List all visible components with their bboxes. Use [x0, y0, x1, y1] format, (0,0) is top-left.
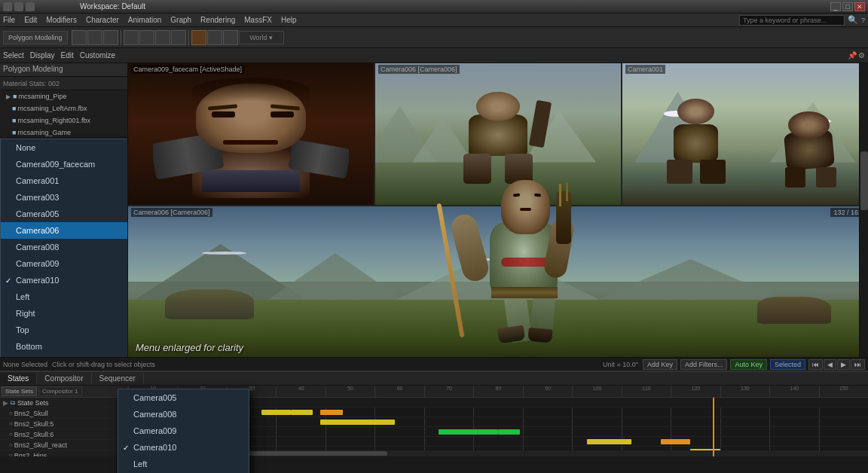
dropdown-item-none[interactable]: None — [1, 139, 128, 156]
search-input[interactable] — [739, 15, 845, 26]
keyframe-skull6-1 — [439, 429, 498, 435]
help-icon[interactable]: ? — [861, 17, 865, 24]
tree-item-2[interactable]: ■ mcsaming_Right001.fbx — [0, 114, 127, 127]
compositor-1-tab[interactable]: Compositor 1 — [38, 386, 82, 396]
viewport-label-2: Camera006 [Camera006] — [378, 65, 460, 74]
toolbar-btn-7[interactable] — [171, 30, 186, 45]
dropdown-bottom-label-cam005: Camera005 — [133, 393, 176, 402]
tl-item-hips: ○ Bns2_Hips — [0, 450, 127, 456]
submenu-customize[interactable]: Customize — [80, 51, 115, 60]
close-button[interactable]: ✕ — [854, 2, 865, 11]
transform-dropdown[interactable]: World ▾ — [239, 31, 284, 44]
dropdown-label-cam008: Camera008 — [16, 243, 59, 252]
dropdown-label-cam001: Camera001 — [16, 176, 59, 185]
dropdown-item-user[interactable]: User — [1, 355, 128, 357]
add-key-button[interactable]: Add Key — [643, 359, 677, 370]
dropdown-item-cam005[interactable]: Camera005 — [1, 206, 128, 222]
dropdown-bottom-left[interactable]: Left — [118, 456, 249, 472]
dropdown-item-left[interactable]: Left — [1, 288, 128, 305]
dropdown-label-cam010: Camera010 — [16, 276, 59, 285]
submenu-select[interactable]: Select — [3, 51, 24, 60]
toolbar-btn-5[interactable] — [139, 30, 154, 45]
keyframe-skull-1 — [261, 410, 291, 415]
dropdown-item-top[interactable]: Top — [1, 322, 128, 338]
playhead[interactable] — [713, 398, 714, 456]
toolbar-btn-rotate[interactable] — [207, 30, 222, 45]
toolbar-btn-2[interactable] — [87, 30, 102, 45]
submenu-edit[interactable]: Edit — [61, 51, 74, 60]
main-toolbar: Polygon Modeling World ▾ — [0, 27, 868, 48]
tl-item-skull-react: ○ Bns2_Skull_react — [0, 440, 127, 450]
keyframe-skull-3 — [320, 410, 342, 415]
dropdown-item-cam003[interactable]: Camera003 — [1, 189, 128, 206]
dropdown-item-cam006[interactable]: Camera006 — [1, 222, 128, 239]
state-sets-tab[interactable]: State Sets — [2, 386, 37, 396]
dropdown-item-bottom[interactable]: Bottom — [1, 338, 128, 355]
transport-rewind-button[interactable]: ⏮ — [808, 359, 823, 370]
dropdown-item-cam008[interactable]: Camera008 — [1, 239, 128, 255]
viewport-label-3: Camera001 — [625, 65, 665, 74]
tab-sequencer[interactable]: Sequencer — [92, 373, 144, 384]
dropdown-bottom-cam009[interactable]: Camera009 — [118, 423, 249, 439]
mode-label[interactable]: Polygon Modeling — [3, 31, 68, 44]
menu-file[interactable]: File — [3, 16, 15, 24]
keyframe-skull5-1 — [320, 420, 394, 425]
toolbar-btn-3[interactable] — [103, 30, 118, 45]
status-unit: Unit = 10.0" — [603, 361, 638, 368]
dropdown-item-cam010[interactable]: ✓ Camera010 — [1, 272, 128, 288]
dropdown-bottom-cam008[interactable]: Camera008 — [118, 406, 249, 423]
tree-item-3[interactable]: ■ mcsaming_Game — [0, 127, 127, 139]
toolbar-btn-1[interactable] — [72, 30, 87, 45]
dropdown-label-top: Top — [16, 325, 29, 334]
transport-play-button[interactable]: ▶ — [837, 359, 850, 370]
toolbar-btn-scale[interactable] — [223, 30, 238, 45]
menu-modifiers[interactable]: Modifiers — [46, 16, 77, 24]
scrollbar-thumb[interactable] — [860, 151, 868, 210]
viewport-top-3[interactable]: Camera001 — [622, 63, 868, 205]
menu-edit[interactable]: Edit — [24, 16, 37, 24]
auto-key-button[interactable]: Auto Key — [730, 359, 767, 370]
toolbar-btn-move[interactable] — [191, 30, 206, 45]
submenu-display[interactable]: Display — [30, 51, 55, 60]
maximize-button[interactable]: □ — [842, 2, 853, 11]
dropdown-bottom-cam005[interactable]: Camera005 — [118, 389, 249, 406]
toolbar-separator-2 — [188, 30, 189, 45]
dropdown-label-cam009-facecam: Camera009_facecam — [16, 160, 95, 169]
window-title: Workspace: Default — [80, 2, 145, 11]
dropdown-item-right[interactable]: Right — [1, 305, 128, 322]
search-icon[interactable]: 🔍 — [848, 15, 858, 25]
menu-bar: File Edit Modifiers Character Animation … — [0, 14, 868, 27]
pin-icon[interactable]: 📌 — [848, 51, 857, 60]
tree-icon-2: ■ — [12, 117, 16, 124]
transport-prev-button[interactable]: ◀ — [824, 359, 836, 370]
viewport-top-1[interactable]: Camera009_facecam [ActiveShade] — [128, 63, 375, 205]
tab-states[interactable]: States — [0, 373, 37, 384]
toolbar-btn-4[interactable] — [124, 30, 139, 45]
menu-character[interactable]: Character — [86, 16, 119, 24]
dropdown-item-cam009[interactable]: Camera009 — [1, 255, 128, 272]
dropdown-item-cam001[interactable]: Camera001 — [1, 172, 128, 189]
keyframe-skull6-2 — [498, 429, 520, 435]
dropdown-bottom-cam010[interactable]: ✓ Camera010 — [118, 439, 249, 456]
menu-help[interactable]: Help — [281, 16, 297, 24]
transport-forward-button[interactable]: ⏭ — [851, 359, 865, 370]
viewport-main[interactable]: Camera006 [Camera006] — [128, 206, 868, 357]
menu-graph[interactable]: Graph — [170, 16, 191, 24]
toolbar-btn-6[interactable] — [155, 30, 170, 45]
tree-item-0[interactable]: ▶ ■ mcsaming_Pipe — [0, 90, 127, 102]
tl-item-skull: ○ Bns2_Skull — [0, 408, 127, 419]
selected-button[interactable]: Selected — [770, 359, 805, 370]
settings-icon[interactable]: ⚙ — [858, 51, 865, 60]
dropdown-item-cam009-facecam[interactable]: Camera009_facecam — [1, 156, 128, 172]
tl-item-stateset: ▶ 🗂 State Sets — [0, 398, 127, 408]
add-filters-button[interactable]: Add Filters... — [680, 359, 728, 370]
menu-rendering[interactable]: Rendering — [200, 16, 235, 24]
viewport-scrollbar[interactable] — [859, 63, 868, 357]
menu-animation[interactable]: Animation — [128, 16, 161, 24]
tab-compositor[interactable]: Compositor — [37, 373, 91, 384]
camera-dropdown-bottom: Camera005 Camera008 Camera009 ✓ Camera01… — [118, 389, 249, 473]
tree-item-1[interactable]: ■ mcsaming_LeftArm.fbx — [0, 102, 127, 114]
timeline-left-panel: State Sets Compositor 1 ▶ 🗂 State Sets ○… — [0, 386, 128, 456]
minimize-button[interactable]: _ — [830, 2, 841, 11]
menu-massfx[interactable]: MassFX — [244, 16, 272, 24]
